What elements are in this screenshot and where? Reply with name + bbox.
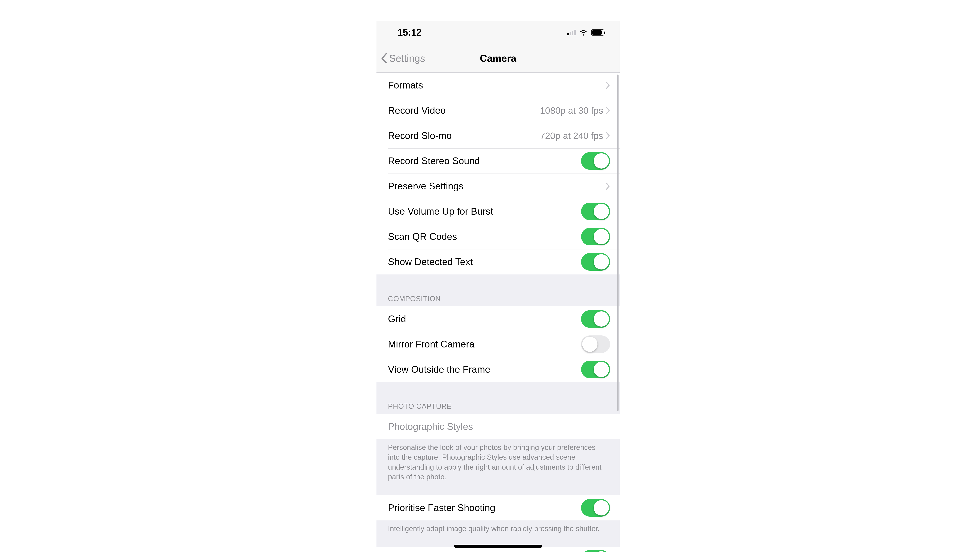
nav-bar: Settings Camera: [376, 44, 620, 73]
row-label: Mirror Front Camera: [388, 339, 581, 350]
toggle-show-detected-text[interactable]: [581, 253, 610, 271]
settings-group-general: Formats Record Video 1080p at 30 fps: [376, 73, 620, 275]
row-label: Preserve Settings: [388, 180, 606, 192]
toggle-grid[interactable]: [581, 310, 610, 328]
status-icons: [567, 30, 604, 36]
footer-faster-shooting: Intelligently adapt image quality when r…: [376, 521, 620, 533]
toggle-prioritise-faster-shooting[interactable]: [581, 499, 610, 517]
toggle-view-outside-frame[interactable]: [581, 361, 610, 378]
row-detail: 1080p at 30 fps: [540, 105, 603, 116]
row-label: Grid: [388, 314, 581, 325]
row-label: Record Slo-mo: [388, 130, 540, 141]
row-scan-qr-codes: Scan QR Codes: [376, 224, 620, 249]
chevron-right-icon: [606, 132, 610, 139]
row-show-detected-text: Show Detected Text: [376, 249, 620, 275]
toggle-volume-up-burst[interactable]: [581, 202, 610, 220]
row-label: Photographic Styles: [388, 421, 610, 432]
settings-group-partial: [376, 547, 620, 552]
phone-screen: 15:12: [376, 21, 620, 552]
settings-group-composition: Grid Mirror Front Camera View Outside th…: [376, 306, 620, 382]
toggle-scan-qr-codes[interactable]: [581, 228, 610, 245]
row-partial: [376, 547, 620, 552]
settings-group-faster-shooting: Prioritise Faster Shooting: [376, 495, 620, 521]
row-label: Scan QR Codes: [388, 231, 581, 242]
status-bar: 15:12: [376, 21, 620, 44]
toggle-mirror-front-camera[interactable]: [581, 336, 610, 353]
row-volume-up-burst: Use Volume Up for Burst: [376, 199, 620, 224]
row-label: Formats: [388, 80, 606, 91]
row-grid: Grid: [376, 306, 620, 332]
section-header-composition: COMPOSITION: [376, 275, 620, 306]
row-label: Record Video: [388, 105, 540, 116]
chevron-right-icon: [606, 183, 610, 190]
chevron-right-icon: [606, 82, 610, 89]
row-mirror-front-camera: Mirror Front Camera: [376, 332, 620, 357]
chevron-left-icon: [381, 53, 387, 63]
row-record-stereo-sound: Record Stereo Sound: [376, 148, 620, 174]
toggle-partial[interactable]: [581, 550, 610, 552]
scroll-indicator[interactable]: [617, 75, 618, 411]
row-label: Prioritise Faster Shooting: [388, 502, 581, 513]
row-record-video[interactable]: Record Video 1080p at 30 fps: [376, 98, 620, 123]
settings-group-photographic-styles: Photographic Styles: [376, 414, 620, 439]
row-label: Show Detected Text: [388, 256, 581, 267]
cell-signal-icon: [567, 30, 576, 35]
nav-back-button[interactable]: Settings: [376, 53, 425, 64]
row-detail: 720p at 240 fps: [540, 130, 603, 141]
battery-icon: [591, 30, 604, 36]
wifi-icon: [579, 30, 588, 36]
section-header-photo-capture: PHOTO CAPTURE: [376, 382, 620, 414]
row-photographic-styles[interactable]: Photographic Styles: [376, 414, 620, 439]
nav-back-label: Settings: [389, 53, 425, 64]
row-view-outside-frame: View Outside the Frame: [376, 357, 620, 382]
row-label: View Outside the Frame: [388, 364, 581, 375]
home-indicator[interactable]: [454, 545, 542, 548]
row-prioritise-faster-shooting: Prioritise Faster Shooting: [376, 495, 620, 521]
row-label: Use Volume Up for Burst: [388, 206, 581, 217]
status-time: 15:12: [398, 27, 421, 38]
footer-photographic-styles: Personalise the look of your photos by b…: [376, 439, 620, 482]
toggle-record-stereo-sound[interactable]: [581, 152, 610, 170]
chevron-right-icon: [606, 107, 610, 114]
row-label: Record Stereo Sound: [388, 155, 581, 166]
row-formats[interactable]: Formats: [376, 73, 620, 98]
settings-content[interactable]: Formats Record Video 1080p at 30 fps: [376, 73, 620, 552]
row-preserve-settings[interactable]: Preserve Settings: [376, 174, 620, 199]
row-record-slomo[interactable]: Record Slo-mo 720p at 240 fps: [376, 123, 620, 148]
